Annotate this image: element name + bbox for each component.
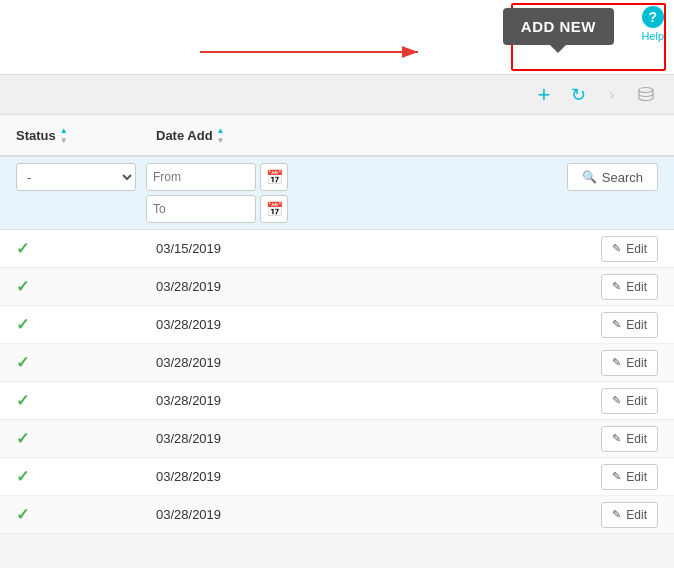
add-new-tooltip[interactable]: ADD NEW	[503, 8, 614, 45]
arrow-svg	[200, 42, 430, 62]
status-cell: ✓	[16, 239, 156, 258]
from-date-wrap: 📅	[146, 163, 288, 191]
sort-down-icon: ▼	[60, 136, 68, 145]
edit-icon: ✎	[612, 318, 621, 331]
status-checkmark: ✓	[16, 429, 29, 448]
edit-icon: ✎	[612, 432, 621, 445]
search-button[interactable]: 🔍 Search	[567, 163, 658, 191]
db-button[interactable]	[632, 81, 660, 109]
edit-icon: ✎	[612, 280, 621, 293]
date-cell: 03/28/2019	[156, 355, 601, 370]
date-filters: 📅 📅	[146, 163, 288, 223]
calendar-icon: 📅	[266, 201, 283, 217]
date-cell: 03/28/2019	[156, 279, 601, 294]
date-label: Date Add	[156, 128, 213, 143]
table-row: ✓ 03/28/2019 ✎ Edit	[0, 420, 674, 458]
status-label: Status	[16, 128, 56, 143]
status-checkmark: ✓	[16, 239, 29, 258]
action-cell: ✎ Edit	[601, 236, 658, 262]
edit-label: Edit	[626, 432, 647, 446]
search-icon: 🔍	[582, 170, 597, 184]
status-checkmark: ✓	[16, 353, 29, 372]
edit-button[interactable]: ✎ Edit	[601, 502, 658, 528]
calendar-icon: 📅	[266, 169, 283, 185]
status-filter-wrap: - Active Inactive	[16, 163, 136, 191]
to-date-input[interactable]	[146, 195, 256, 223]
table: Status ▲ ▼ Date Add ▲ ▼ - Active Inactiv…	[0, 115, 674, 534]
from-date-input[interactable]	[146, 163, 256, 191]
status-checkmark: ✓	[16, 467, 29, 486]
help-label: Help	[641, 30, 664, 42]
edit-button[interactable]: ✎ Edit	[601, 350, 658, 376]
add-new-label: ADD NEW	[521, 18, 596, 35]
action-cell: ✎ Edit	[601, 426, 658, 452]
refresh-button[interactable]: ↻	[564, 81, 592, 109]
table-row: ✓ 03/28/2019 ✎ Edit	[0, 344, 674, 382]
date-sort-icon: ▲ ▼	[217, 126, 225, 145]
action-cell: ✎ Edit	[601, 464, 658, 490]
edit-icon: ✎	[612, 508, 621, 521]
edit-label: Edit	[626, 508, 647, 522]
sort-up-icon: ▲	[60, 126, 68, 135]
date-cell: 03/28/2019	[156, 393, 601, 408]
table-row: ✓ 03/28/2019 ✎ Edit	[0, 382, 674, 420]
status-checkmark: ✓	[16, 277, 29, 296]
action-cell: ✎ Edit	[601, 312, 658, 338]
filter-row: - Active Inactive 📅 📅 🔍 Search	[0, 157, 674, 230]
edit-icon: ✎	[612, 356, 621, 369]
edit-button[interactable]: ✎ Edit	[601, 426, 658, 452]
edit-icon: ✎	[612, 242, 621, 255]
edit-label: Edit	[626, 356, 647, 370]
next-button[interactable]: ›	[598, 81, 626, 109]
arrow-annotation	[200, 42, 430, 65]
search-label: Search	[602, 170, 643, 185]
edit-button[interactable]: ✎ Edit	[601, 274, 658, 300]
table-row: ✓ 03/28/2019 ✎ Edit	[0, 458, 674, 496]
status-cell: ✓	[16, 429, 156, 448]
status-cell: ✓	[16, 353, 156, 372]
edit-icon: ✎	[612, 394, 621, 407]
toolbar: ADD NEW ? Help	[0, 0, 674, 75]
action-cell: ✎ Edit	[601, 274, 658, 300]
date-cell: 03/28/2019	[156, 507, 601, 522]
edit-button[interactable]: ✎ Edit	[601, 388, 658, 414]
sort-up-icon: ▲	[217, 126, 225, 135]
edit-button[interactable]: ✎ Edit	[601, 464, 658, 490]
table-row: ✓ 03/28/2019 ✎ Edit	[0, 496, 674, 534]
status-checkmark: ✓	[16, 391, 29, 410]
to-date-wrap: 📅	[146, 195, 288, 223]
date-column-header[interactable]: Date Add ▲ ▼	[156, 126, 658, 145]
status-select[interactable]: - Active Inactive	[16, 163, 136, 191]
edit-label: Edit	[626, 470, 647, 484]
to-calendar-button[interactable]: 📅	[260, 195, 288, 223]
status-cell: ✓	[16, 277, 156, 296]
status-cell: ✓	[16, 467, 156, 486]
date-cell: 03/15/2019	[156, 241, 601, 256]
status-column-header[interactable]: Status ▲ ▼	[16, 126, 156, 145]
status-cell: ✓	[16, 391, 156, 410]
svg-point-2	[639, 87, 653, 92]
table-row: ✓ 03/28/2019 ✎ Edit	[0, 268, 674, 306]
status-checkmark: ✓	[16, 505, 29, 524]
edit-button[interactable]: ✎ Edit	[601, 236, 658, 262]
status-sort-icon: ▲ ▼	[60, 126, 68, 145]
action-cell: ✎ Edit	[601, 502, 658, 528]
table-row: ✓ 03/28/2019 ✎ Edit	[0, 306, 674, 344]
status-checkmark: ✓	[16, 315, 29, 334]
date-cell: 03/28/2019	[156, 317, 601, 332]
action-bar: + ↻ ›	[0, 75, 674, 115]
action-cell: ✎ Edit	[601, 350, 658, 376]
from-calendar-button[interactable]: 📅	[260, 163, 288, 191]
add-circle-button[interactable]: +	[530, 81, 558, 109]
edit-label: Edit	[626, 280, 647, 294]
status-cell: ✓	[16, 505, 156, 524]
data-rows-container: ✓ 03/15/2019 ✎ Edit ✓ 03/28/2019 ✎ Edit …	[0, 230, 674, 534]
edit-label: Edit	[626, 242, 647, 256]
sort-down-icon: ▼	[217, 136, 225, 145]
edit-button[interactable]: ✎ Edit	[601, 312, 658, 338]
table-row: ✓ 03/15/2019 ✎ Edit	[0, 230, 674, 268]
help-button[interactable]: ? Help	[641, 6, 664, 42]
edit-label: Edit	[626, 394, 647, 408]
action-cell: ✎ Edit	[601, 388, 658, 414]
status-cell: ✓	[16, 315, 156, 334]
